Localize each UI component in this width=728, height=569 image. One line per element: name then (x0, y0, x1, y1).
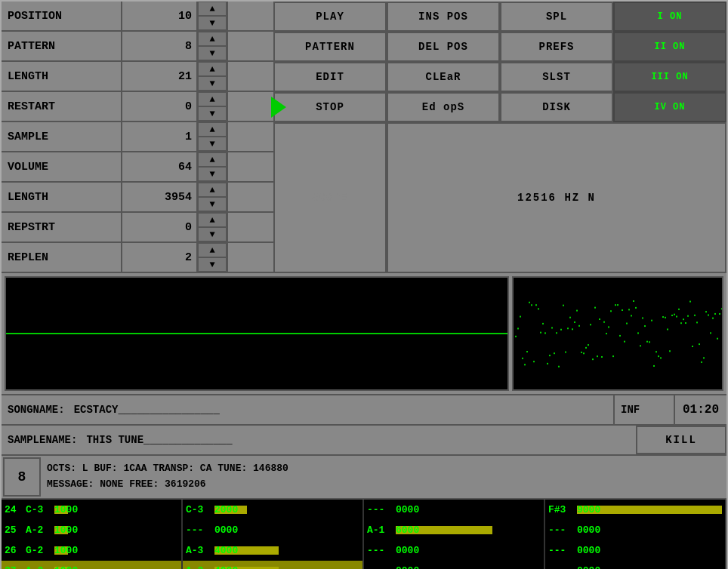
songname-value[interactable]: ECSTACY________________ (71, 395, 613, 424)
top-section: POSITION 10 ▲ ▼ PATTERN 8 ▲ ▼ LENGTH 21 (2, 2, 726, 273)
sample-up[interactable]: ▲ (198, 122, 227, 137)
length2-down[interactable]: ▼ (198, 197, 227, 211)
replen-down[interactable]: ▼ (198, 257, 227, 272)
spl-button[interactable]: SPL (500, 2, 613, 32)
samplename-row: SAMPLENAME: THIS TUNE______________ KILL (2, 424, 726, 454)
table-row[interactable]: 27A-21000 (2, 561, 181, 569)
row-note: --- (548, 524, 577, 536)
volume-text: 0000 (577, 565, 600, 569)
pattern-down[interactable]: ▼ (198, 46, 227, 60)
volume-up[interactable]: ▲ (198, 152, 227, 167)
play-button[interactable]: PLAY (273, 2, 387, 32)
volume-text: 0000 (577, 524, 600, 536)
table-row[interactable]: F#39000 (545, 500, 725, 520)
on1-indicator[interactable]: I ON (613, 2, 726, 32)
scope-button[interactable]: SCOPE (273, 122, 387, 273)
prefs-button[interactable]: PREFS (500, 32, 613, 62)
table-row[interactable]: ---0000 (183, 520, 362, 540)
volume-label: VOLUME (2, 152, 122, 181)
volume-text: 1000 (54, 504, 78, 515)
pattern-up[interactable]: ▲ (198, 32, 227, 46)
table-row[interactable]: A-34000 (183, 561, 362, 569)
pattern-button[interactable]: PATTERN (273, 32, 387, 62)
repstrt-down[interactable]: ▼ (198, 227, 227, 241)
on2-indicator[interactable]: II ON (613, 32, 726, 62)
volume-arrows: ▲ ▼ (198, 152, 228, 181)
right-controls: PLAY INS POS SPL I ON PATTERN DEL POS PR… (273, 2, 726, 273)
row-volume: 0000 (577, 545, 722, 556)
on3-indicator[interactable]: III ON (613, 62, 726, 92)
channel-meta: OCTS: L BUF: 1CAA TRANSP: CA TUNE: 14688… (41, 457, 725, 497)
table-row[interactable]: A-16000 (364, 520, 544, 540)
waveform-right-canvas (514, 278, 722, 389)
volume-text: 2000 (214, 504, 238, 515)
channel-meta-line1: OCTS: L BUF: 1CAA TRANSP: CA TUNE: 14688… (47, 461, 719, 477)
sample-label: SAMPLE (2, 122, 122, 151)
length-label: LENGTH (2, 62, 122, 91)
stop-button[interactable]: STOP (273, 92, 387, 122)
table-row[interactable]: A-34000 (183, 540, 362, 561)
channel-number: 8 (3, 457, 41, 497)
restart-down[interactable]: ▼ (198, 106, 227, 121)
volume-text: 4000 (214, 545, 238, 556)
table-row[interactable]: C-32000 (183, 500, 362, 520)
table-row[interactable]: 25A-21000 (2, 520, 181, 540)
inf-button[interactable]: INF (613, 395, 674, 424)
waveform-left-canvas (6, 278, 507, 389)
pattern-arrows: ▲ ▼ (198, 32, 228, 60)
volume-down[interactable]: ▼ (198, 167, 227, 181)
repstrt-up[interactable]: ▲ (198, 213, 227, 227)
row-volume: 9000 (577, 504, 722, 515)
clear-button[interactable]: CLEaR (387, 62, 500, 92)
disk-button[interactable]: DISK (500, 92, 613, 122)
repstrt-label: REPSTRT (2, 213, 122, 241)
table-row[interactable]: 26G-21000 (2, 540, 181, 561)
ins-pos-button[interactable]: INS POS (387, 2, 500, 32)
tracker-section: 24C-3100025A-2100026G-2100027A-2100028--… (2, 500, 726, 569)
row-note: --- (367, 565, 396, 569)
table-row[interactable]: ---0000 (364, 500, 544, 520)
length-value: 21 (122, 62, 198, 91)
time-display: 01:20 (674, 395, 726, 424)
sample-arrows: ▲ ▼ (198, 122, 228, 151)
table-row[interactable]: ---0000 (545, 540, 725, 561)
length-up[interactable]: ▲ (198, 62, 227, 76)
del-pos-button[interactable]: DEL POS (387, 32, 500, 62)
kill-button[interactable]: KILL (636, 426, 726, 454)
length2-up[interactable]: ▲ (198, 183, 227, 197)
restart-up[interactable]: ▲ (198, 92, 227, 106)
volume-text: 1000 (54, 524, 78, 536)
length2-value: 3954 (122, 183, 198, 211)
sample-down[interactable]: ▼ (198, 137, 227, 151)
replen-up[interactable]: ▲ (198, 243, 227, 257)
volume-text: 0000 (214, 524, 238, 536)
waveform-section (2, 273, 726, 394)
table-row[interactable]: ---0000 (364, 561, 544, 569)
edit-button[interactable]: EDIT (273, 62, 387, 92)
row-note: --- (367, 545, 396, 556)
table-row[interactable]: 24C-31000 (2, 500, 181, 520)
row-volume: 0000 (577, 565, 722, 569)
table-row[interactable]: ---0000 (545, 561, 725, 569)
length-down[interactable]: ▼ (198, 76, 227, 91)
samplename-value[interactable]: THIS TUNE______________ (83, 426, 636, 454)
replen-row: REPLEN 2 ▲ ▼ (2, 243, 273, 273)
replen-value: 2 (122, 243, 198, 272)
slst-button[interactable]: SLST (500, 62, 613, 92)
scope-freq: 12516 HZ N (387, 122, 726, 273)
songname-row: SONGNAME: ECSTACY________________ INF 01… (2, 394, 726, 424)
position-up[interactable]: ▲ (198, 2, 227, 16)
waveform-right (512, 276, 723, 391)
ed-ops-button[interactable]: Ed opS (387, 92, 500, 122)
position-label: POSITION (2, 2, 122, 30)
channel-info: 8 OCTS: L BUF: 1CAA TRANSP: CA TUNE: 146… (2, 454, 726, 500)
row-number: 26 (5, 545, 26, 556)
track-column-1: C-32000---0000A-34000A-34000C-33000---00… (183, 500, 364, 569)
on4-indicator[interactable]: IV ON (613, 92, 726, 122)
left-controls: POSITION 10 ▲ ▼ PATTERN 8 ▲ ▼ LENGTH 21 (2, 2, 273, 273)
table-row[interactable]: ---0000 (545, 520, 725, 540)
row-volume: 0000 (396, 504, 541, 515)
position-row: POSITION 10 ▲ ▼ (2, 2, 273, 32)
table-row[interactable]: ---0000 (364, 540, 544, 561)
position-down[interactable]: ▼ (198, 16, 227, 30)
